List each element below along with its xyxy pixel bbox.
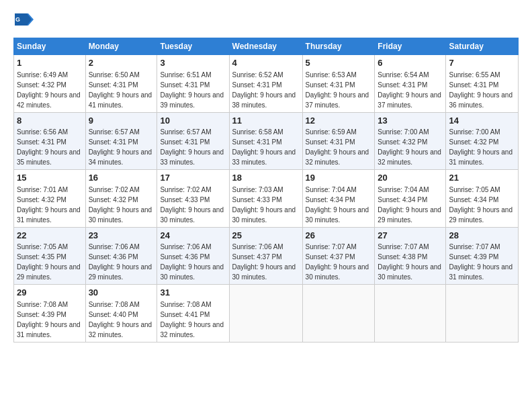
calendar-header-row: SundayMondayTuesdayWednesdayThursdayFrid… xyxy=(14,38,519,55)
day-info: Sunrise: 6:55 AMSunset: 4:31 PMDaylight:… xyxy=(449,71,513,109)
day-info: Sunrise: 7:02 AMSunset: 4:33 PMDaylight:… xyxy=(160,186,224,224)
header: G xyxy=(13,12,519,30)
col-header-sunday: Sunday xyxy=(14,38,86,55)
calendar-table: SundayMondayTuesdayWednesdayThursdayFrid… xyxy=(13,38,519,342)
day-cell: 10Sunrise: 6:57 AMSunset: 4:31 PMDayligh… xyxy=(157,112,229,170)
day-cell: 21Sunrise: 7:05 AMSunset: 4:34 PMDayligh… xyxy=(446,170,519,228)
day-number: 1 xyxy=(17,57,83,69)
day-cell: 17Sunrise: 7:02 AMSunset: 4:33 PMDayligh… xyxy=(157,170,229,228)
day-number: 31 xyxy=(160,287,226,299)
day-cell: 12Sunrise: 6:59 AMSunset: 4:31 PMDayligh… xyxy=(302,112,375,170)
day-number: 16 xyxy=(89,172,154,184)
week-row-1: 1Sunrise: 6:49 AMSunset: 4:32 PMDaylight… xyxy=(14,55,519,113)
day-info: Sunrise: 6:49 AMSunset: 4:32 PMDaylight:… xyxy=(17,71,81,109)
week-row-4: 22Sunrise: 7:05 AMSunset: 4:35 PMDayligh… xyxy=(14,227,519,285)
day-number: 13 xyxy=(378,115,443,127)
day-cell: 29Sunrise: 7:08 AMSunset: 4:39 PMDayligh… xyxy=(14,285,86,342)
day-cell: 14Sunrise: 7:00 AMSunset: 4:32 PMDayligh… xyxy=(446,112,519,170)
day-number: 26 xyxy=(306,230,372,242)
day-number: 9 xyxy=(89,115,154,127)
day-number: 17 xyxy=(160,172,226,184)
day-info: Sunrise: 7:03 AMSunset: 4:33 PMDaylight:… xyxy=(232,186,296,224)
day-cell: 16Sunrise: 7:02 AMSunset: 4:32 PMDayligh… xyxy=(85,170,157,228)
day-cell: 30Sunrise: 7:08 AMSunset: 4:40 PMDayligh… xyxy=(85,285,157,342)
week-row-3: 15Sunrise: 7:01 AMSunset: 4:32 PMDayligh… xyxy=(14,170,519,228)
day-cell: 11Sunrise: 6:58 AMSunset: 4:31 PMDayligh… xyxy=(229,112,302,170)
day-cell: 23Sunrise: 7:06 AMSunset: 4:36 PMDayligh… xyxy=(85,227,157,285)
day-cell: 28Sunrise: 7:07 AMSunset: 4:39 PMDayligh… xyxy=(446,227,519,285)
day-number: 24 xyxy=(160,230,226,242)
day-cell: 18Sunrise: 7:03 AMSunset: 4:33 PMDayligh… xyxy=(229,170,302,228)
day-number: 11 xyxy=(232,115,300,127)
day-number: 27 xyxy=(378,230,443,242)
day-number: 4 xyxy=(232,57,300,69)
day-info: Sunrise: 7:06 AMSunset: 4:36 PMDaylight:… xyxy=(89,243,152,281)
day-number: 21 xyxy=(449,172,515,184)
day-number: 15 xyxy=(17,172,83,184)
day-cell: 3Sunrise: 6:51 AMSunset: 4:31 PMDaylight… xyxy=(157,55,229,113)
day-info: Sunrise: 7:06 AMSunset: 4:36 PMDaylight:… xyxy=(160,243,224,281)
day-cell: 22Sunrise: 7:05 AMSunset: 4:35 PMDayligh… xyxy=(14,227,86,285)
day-info: Sunrise: 7:07 AMSunset: 4:37 PMDaylight:… xyxy=(306,243,369,281)
day-number: 29 xyxy=(17,287,83,299)
day-info: Sunrise: 7:08 AMSunset: 4:39 PMDaylight:… xyxy=(17,301,81,338)
day-number: 20 xyxy=(378,172,443,184)
col-header-friday: Friday xyxy=(375,38,446,55)
day-info: Sunrise: 6:57 AMSunset: 4:31 PMDaylight:… xyxy=(89,128,152,166)
day-number: 23 xyxy=(89,230,154,242)
day-number: 10 xyxy=(160,115,226,127)
day-number: 28 xyxy=(449,230,515,242)
day-cell: 15Sunrise: 7:01 AMSunset: 4:32 PMDayligh… xyxy=(14,170,86,228)
day-info: Sunrise: 7:06 AMSunset: 4:37 PMDaylight:… xyxy=(232,243,296,281)
day-cell: 13Sunrise: 7:00 AMSunset: 4:32 PMDayligh… xyxy=(375,112,446,170)
svg-text:G: G xyxy=(15,16,20,23)
day-info: Sunrise: 7:08 AMSunset: 4:41 PMDaylight:… xyxy=(160,301,224,338)
day-cell: 4Sunrise: 6:52 AMSunset: 4:31 PMDaylight… xyxy=(229,55,302,113)
day-info: Sunrise: 7:01 AMSunset: 4:32 PMDaylight:… xyxy=(17,186,81,224)
day-cell: 2Sunrise: 6:50 AMSunset: 4:31 PMDaylight… xyxy=(85,55,157,113)
day-number: 3 xyxy=(160,57,226,69)
day-info: Sunrise: 7:08 AMSunset: 4:40 PMDaylight:… xyxy=(89,301,152,338)
week-row-5: 29Sunrise: 7:08 AMSunset: 4:39 PMDayligh… xyxy=(14,285,519,342)
day-info: Sunrise: 7:07 AMSunset: 4:39 PMDaylight:… xyxy=(449,243,513,281)
day-number: 30 xyxy=(89,287,154,299)
day-cell xyxy=(302,285,375,342)
day-cell xyxy=(229,285,302,342)
day-info: Sunrise: 7:04 AMSunset: 4:34 PMDaylight:… xyxy=(378,186,441,224)
day-info: Sunrise: 6:56 AMSunset: 4:31 PMDaylight:… xyxy=(17,128,81,166)
week-row-2: 8Sunrise: 6:56 AMSunset: 4:31 PMDaylight… xyxy=(14,112,519,170)
day-info: Sunrise: 7:05 AMSunset: 4:35 PMDaylight:… xyxy=(17,243,81,281)
day-cell: 6Sunrise: 6:54 AMSunset: 4:31 PMDaylight… xyxy=(375,55,446,113)
logo-flag-svg: G xyxy=(13,12,35,27)
day-number: 12 xyxy=(306,115,372,127)
day-info: Sunrise: 7:05 AMSunset: 4:34 PMDaylight:… xyxy=(449,186,513,224)
day-number: 25 xyxy=(232,230,300,242)
day-info: Sunrise: 6:51 AMSunset: 4:31 PMDaylight:… xyxy=(160,71,224,109)
day-info: Sunrise: 6:53 AMSunset: 4:31 PMDaylight:… xyxy=(306,71,369,109)
day-info: Sunrise: 7:00 AMSunset: 4:32 PMDaylight:… xyxy=(378,128,441,166)
day-info: Sunrise: 6:52 AMSunset: 4:31 PMDaylight:… xyxy=(232,71,296,109)
day-info: Sunrise: 7:02 AMSunset: 4:32 PMDaylight:… xyxy=(89,186,152,224)
day-info: Sunrise: 7:07 AMSunset: 4:38 PMDaylight:… xyxy=(378,243,441,281)
day-number: 7 xyxy=(449,57,515,69)
day-number: 8 xyxy=(17,115,83,127)
day-info: Sunrise: 6:59 AMSunset: 4:31 PMDaylight:… xyxy=(306,128,369,166)
col-header-thursday: Thursday xyxy=(302,38,375,55)
col-header-monday: Monday xyxy=(85,38,157,55)
col-header-saturday: Saturday xyxy=(446,38,519,55)
day-number: 18 xyxy=(232,172,300,184)
day-cell xyxy=(375,285,446,342)
main-container: G SundayMondayTuesdayWednesdayThursdayFr… xyxy=(0,0,532,349)
day-number: 22 xyxy=(17,230,83,242)
day-info: Sunrise: 7:04 AMSunset: 4:34 PMDaylight:… xyxy=(306,186,369,224)
day-info: Sunrise: 6:54 AMSunset: 4:31 PMDaylight:… xyxy=(378,71,441,109)
day-cell: 8Sunrise: 6:56 AMSunset: 4:31 PMDaylight… xyxy=(14,112,86,170)
day-info: Sunrise: 6:58 AMSunset: 4:31 PMDaylight:… xyxy=(232,128,296,166)
day-cell: 31Sunrise: 7:08 AMSunset: 4:41 PMDayligh… xyxy=(157,285,229,342)
day-number: 14 xyxy=(449,115,515,127)
day-cell xyxy=(446,285,519,342)
day-info: Sunrise: 6:50 AMSunset: 4:31 PMDaylight:… xyxy=(89,71,152,109)
day-number: 5 xyxy=(306,57,372,69)
day-number: 2 xyxy=(89,57,154,69)
logo: G xyxy=(13,12,38,30)
